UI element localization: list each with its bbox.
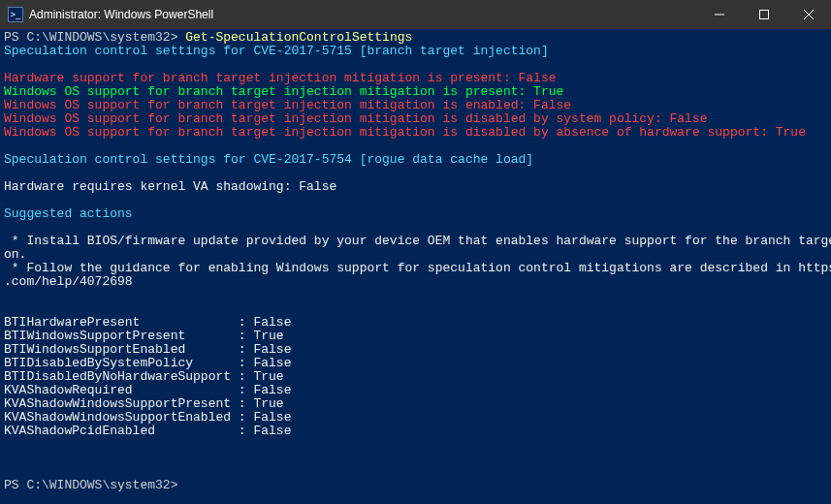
output-line: Windows OS support for branch target inj… <box>4 125 806 140</box>
property-row: BTIDisabledBySystemPolicy : False <box>4 357 827 370</box>
prompt-path: PS C:\WINDOWS\system32> <box>4 478 177 492</box>
output-line: Windows OS support for branch target inj… <box>4 98 571 112</box>
powershell-icon: >_ <box>8 7 23 22</box>
powershell-window: >_ Administrator: Windows PowerShell PS … <box>0 0 831 504</box>
property-row: KVAShadowRequired : False <box>4 384 827 397</box>
output-line: Windows OS support for branch target inj… <box>4 84 563 99</box>
property-row: KVAShadowPcidEnabled : False <box>4 425 827 438</box>
svg-rect-0 <box>760 11 769 19</box>
output-line: Hardware support for branch target injec… <box>4 71 557 85</box>
minimize-button[interactable] <box>697 0 742 29</box>
property-row: BTIHardwarePresent : False <box>4 316 827 330</box>
minimize-icon <box>715 10 724 19</box>
maximize-icon <box>759 10 769 19</box>
terminal-area[interactable]: PS C:\WINDOWS\system32> Get-SpeculationC… <box>0 29 831 504</box>
property-row: BTIWindowsSupportEnabled : False <box>4 343 827 357</box>
titlebar[interactable]: >_ Administrator: Windows PowerShell <box>0 0 831 29</box>
maximize-button[interactable] <box>742 0 786 29</box>
window-controls <box>697 0 831 29</box>
output-line: Hardware requires kernel VA shadowing: F… <box>4 179 336 194</box>
property-row: BTIDisabledByNoHardwareSupport : True <box>4 370 827 384</box>
property-row: BTIWindowsSupportPresent : True <box>4 330 827 343</box>
output-line: Speculation control settings for CVE-201… <box>4 44 549 58</box>
prompt-path: PS C:\WINDOWS\system32> <box>4 30 177 45</box>
output-line: Speculation control settings for CVE-201… <box>4 152 533 167</box>
output-line: Suggested actions <box>4 206 133 221</box>
property-row: KVAShadowWindowsSupportPresent : True <box>4 397 827 411</box>
output-line: * Install BIOS/firmware update provided … <box>4 234 831 262</box>
output-line: * Follow the guidance for enabling Windo… <box>4 261 831 289</box>
command-text: Get-SpeculationControlSettings <box>185 30 412 45</box>
window-title: Administrator: Windows PowerShell <box>29 8 697 21</box>
property-row: KVAShadowWindowsSupportEnabled : False <box>4 411 827 425</box>
close-icon <box>804 10 814 19</box>
output-line: Windows OS support for branch target inj… <box>4 111 708 126</box>
close-button[interactable] <box>786 0 831 29</box>
property-list: BTIHardwarePresent : FalseBTIWindowsSupp… <box>4 316 827 438</box>
